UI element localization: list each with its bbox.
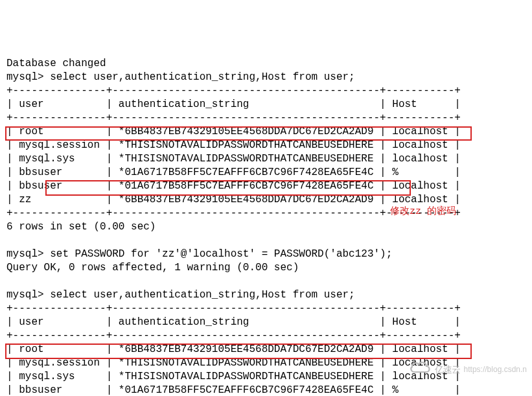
- watermark-cloud-icon: [399, 347, 431, 392]
- watermark-brand: 亿速云: [435, 363, 460, 377]
- terminal-output: Database changed mysql> select user,auth…: [6, 57, 526, 396]
- annotation-change-password: 修改zz 的密码: [390, 205, 456, 218]
- watermark-url: https://blog.csdn.n: [464, 363, 527, 377]
- watermark: 亿速云 https://blog.csdn.n: [399, 347, 527, 392]
